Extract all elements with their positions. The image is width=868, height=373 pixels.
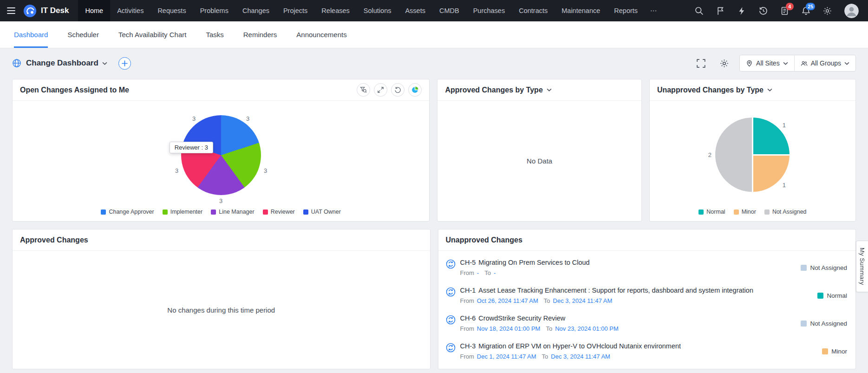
nav-item-projects[interactable]: Projects	[276, 0, 314, 21]
settings-gear-icon[interactable]	[823, 7, 832, 15]
card-title: Unapproved Changes by Type	[657, 86, 764, 94]
change-icon	[446, 315, 456, 325]
change-id[interactable]: CH-3	[460, 342, 476, 350]
chart-type-button[interactable]	[408, 83, 422, 97]
filter-search-button[interactable]	[357, 83, 370, 97]
from-label: From	[460, 297, 474, 304]
change-list-item[interactable]: CH-3Migration of ERP VM on Hyper-V to OV…	[438, 337, 856, 365]
tab-tech-availability-chart[interactable]: Tech Availability Chart	[118, 21, 186, 48]
unapproved-by-type-pie-chart[interactable]: 1 1 2	[706, 108, 799, 201]
card-title: Approved Changes by Type	[445, 86, 542, 94]
status-badge: Normal	[817, 292, 847, 299]
tab-scheduler[interactable]: Scheduler	[67, 21, 99, 48]
nav-item-solutions[interactable]: Solutions	[357, 0, 398, 21]
priority-label: Not Assigned	[810, 320, 847, 327]
nav-item-changes[interactable]: Changes	[235, 0, 276, 21]
flag-icon[interactable]	[716, 7, 725, 15]
change-title[interactable]: Migrating On Prem Services to Cloud	[478, 259, 589, 266]
user-avatar[interactable]	[844, 4, 859, 18]
change-id[interactable]: CH-1	[460, 287, 476, 294]
search-icon[interactable]	[695, 7, 704, 15]
change-list-item[interactable]: CH-5Migrating On Prem Services to Cloud …	[438, 254, 856, 281]
priority-label: Minor	[831, 348, 847, 355]
change-title[interactable]: Migration of ERP VM on Hyper-V to OVHclo…	[478, 342, 681, 350]
app-logo-icon	[23, 4, 37, 18]
to-date: -	[494, 269, 496, 276]
legend-label: Line Manager	[219, 209, 254, 215]
legend-swatch	[303, 209, 308, 215]
legend-item[interactable]: Not Assigned	[764, 209, 807, 215]
tab-reminders[interactable]: Reminders	[243, 21, 277, 48]
tab-tasks[interactable]: Tasks	[206, 21, 223, 48]
pie-value-change-approver: 3	[246, 115, 249, 122]
lightning-icon[interactable]	[737, 7, 746, 15]
card-title-dropdown[interactable]: Approved Changes by Type	[445, 86, 551, 94]
nav-item-activities[interactable]: Activities	[110, 0, 150, 21]
card-title-dropdown[interactable]: Unapproved Changes by Type	[657, 86, 772, 94]
pie-value-uat-owner: 3	[192, 115, 196, 122]
pie-open-changes[interactable]	[181, 115, 261, 195]
from-date: Oct 26, 2024 11:47 AM	[477, 297, 538, 304]
expand-button[interactable]	[374, 83, 387, 97]
pie-value-not-assigned: 2	[708, 151, 711, 158]
to-label: To	[544, 297, 550, 304]
fullscreen-button[interactable]	[693, 55, 709, 71]
legend-item[interactable]: Change Approver	[101, 209, 154, 215]
sites-filter-label: All Sites	[756, 59, 780, 67]
legend-item[interactable]: Line Manager	[211, 209, 254, 215]
nav-item-reports[interactable]: Reports	[607, 0, 645, 21]
legend-item[interactable]: Normal	[698, 209, 725, 215]
change-list-item[interactable]: CH-6CrowdStrike Security Review FromNov …	[438, 309, 856, 337]
status-badge: Not Assigned	[801, 320, 847, 327]
chevron-down-icon	[844, 62, 849, 65]
pie-chart-icon	[411, 86, 418, 93]
legend-item[interactable]: Minor	[734, 209, 756, 215]
tab-announcements[interactable]: Announcements	[296, 21, 346, 48]
card-unapproved-changes: Unapproved Changes CH-5Migrating On Prem…	[438, 229, 856, 369]
refresh-button[interactable]	[391, 83, 405, 97]
change-list-item[interactable]: CH-1Asset Lease Tracking Enhancement : S…	[438, 281, 856, 309]
nav-item-maintenance[interactable]: Maintenance	[555, 0, 607, 21]
nav-item-releases[interactable]: Releases	[314, 0, 356, 21]
nav-item-cmdb[interactable]: CMDB	[432, 0, 466, 21]
change-title[interactable]: CrowdStrike Security Review	[478, 314, 565, 322]
legend-item[interactable]: Reviewer	[263, 209, 295, 215]
nav-item-requests[interactable]: Requests	[150, 0, 193, 21]
add-dashboard-button[interactable]	[118, 57, 131, 70]
pie-value-implementer: 3	[264, 167, 267, 174]
change-title[interactable]: Asset Lease Tracking Enhancement : Suppo…	[478, 287, 753, 294]
nav-more-button[interactable]: ⋯	[645, 0, 664, 21]
nav-item-problems[interactable]: Problems	[193, 0, 235, 21]
nav-item-home[interactable]: Home	[78, 0, 110, 21]
groups-filter[interactable]: All Groups	[795, 59, 855, 67]
scope-filter-group: All Sites All Groups	[739, 55, 856, 72]
to-label: To	[484, 269, 491, 276]
open-changes-pie-chart[interactable]: 3 3 3 3 3 Reviewer : 3	[172, 106, 270, 204]
no-data-text: No Data	[527, 101, 552, 221]
to-label: To	[542, 353, 548, 360]
my-summary-tab[interactable]: My Summary	[856, 241, 868, 292]
fullscreen-icon	[697, 59, 705, 68]
change-icon	[446, 343, 456, 353]
nav-item-purchases[interactable]: Purchases	[466, 0, 512, 21]
dashboard-settings-button[interactable]	[716, 55, 732, 71]
nav-item-contracts[interactable]: Contracts	[512, 0, 555, 21]
legend-item[interactable]: Implementer	[163, 209, 202, 215]
sites-filter[interactable]: All Sites	[740, 59, 794, 67]
nav-item-assets[interactable]: Assets	[398, 0, 432, 21]
notifications-bell-icon[interactable]: 25	[802, 7, 810, 15]
app-brand[interactable]: IT Desk	[22, 0, 78, 21]
change-id[interactable]: CH-6	[460, 314, 476, 322]
legend-label: Not Assigned	[772, 209, 807, 215]
tab-dashboard[interactable]: Dashboard	[14, 21, 48, 48]
hamburger-menu-button[interactable]	[0, 0, 22, 21]
dashboard-selector[interactable]: Change Dashboard	[26, 59, 107, 68]
notifications-badge: 25	[806, 3, 815, 10]
change-id[interactable]: CH-5	[460, 259, 476, 266]
card-unapproved-changes-by-type: Unapproved Changes by Type 1 1 2 Normal …	[649, 79, 856, 222]
history-icon[interactable]	[759, 7, 768, 15]
legend-item[interactable]: UAT Owner	[303, 209, 341, 215]
from-date: Nov 18, 2024 01:00 PM	[477, 325, 541, 332]
pie-value-normal: 1	[783, 122, 786, 129]
approvals-icon[interactable]: 4	[780, 7, 789, 15]
